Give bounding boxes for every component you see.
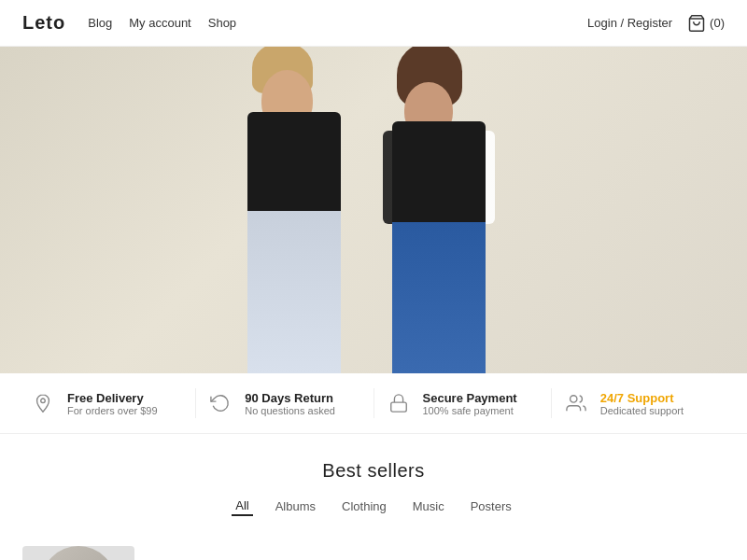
product-placeholder-1 (41, 546, 116, 560)
feature-payment-title: Secure Payment (423, 391, 517, 405)
product-image-1 (22, 546, 134, 560)
feature-return-title: 90 Days Return (245, 391, 335, 405)
logo[interactable]: Leto (22, 12, 65, 34)
features-bar: Free Delivery For orders over $99 90 Day… (0, 373, 747, 434)
tab-all[interactable]: All (232, 497, 252, 516)
main-nav: Blog My account Shop (88, 16, 236, 30)
feature-return-text: 90 Days Return No questions asked (245, 391, 335, 416)
feature-return: 90 Days Return No questions asked (195, 388, 373, 418)
lock-icon (384, 388, 414, 418)
feature-payment-text: Secure Payment 100% safe payment (423, 391, 517, 416)
header-right: Login / Register (0) (587, 14, 725, 33)
login-register-link[interactable]: Login / Register (587, 16, 672, 30)
best-sellers-section: Best sellers All Albums Clothing Music P… (0, 434, 747, 531)
feature-payment: Secure Payment 100% safe payment (374, 388, 551, 418)
nav-shop[interactable]: Shop (208, 16, 236, 30)
feature-delivery-subtitle: For orders over $99 (67, 405, 158, 416)
cart-icon (687, 14, 706, 33)
figure-left-body (247, 112, 341, 373)
products-grid (0, 531, 747, 560)
return-icon (205, 388, 235, 418)
support-icon (561, 388, 591, 418)
feature-support-subtitle: Dedicated support (600, 405, 684, 416)
header: Leto Blog My account Shop Login / Regist… (0, 0, 747, 47)
svg-rect-2 (390, 402, 406, 412)
feature-support: 24/7 Support Dedicated support (551, 388, 728, 418)
feature-return-subtitle: No questions asked (245, 405, 335, 416)
svg-point-1 (41, 399, 46, 403)
hero-figures (140, 47, 607, 373)
filter-tabs: All Albums Clothing Music Posters (0, 497, 747, 516)
feature-delivery: Free Delivery For orders over $99 (19, 388, 195, 418)
cart-button[interactable]: (0) (687, 14, 725, 33)
feature-payment-subtitle: 100% safe payment (423, 405, 517, 416)
figure-left (219, 75, 388, 373)
tab-clothing[interactable]: Clothing (338, 497, 390, 515)
cart-count: (0) (710, 16, 725, 30)
feature-support-title: 24/7 Support (600, 391, 684, 405)
figure-right (369, 84, 528, 373)
product-card-1[interactable] (22, 546, 134, 560)
nav-blog[interactable]: Blog (88, 16, 112, 30)
location-icon (28, 388, 58, 418)
feature-support-text: 24/7 Support Dedicated support (600, 391, 684, 416)
feature-delivery-text: Free Delivery For orders over $99 (67, 391, 158, 416)
tab-albums[interactable]: Albums (272, 497, 319, 515)
best-sellers-heading: Best sellers (0, 460, 747, 482)
tab-music[interactable]: Music (409, 497, 448, 515)
tab-posters[interactable]: Posters (467, 497, 515, 515)
feature-delivery-title: Free Delivery (67, 391, 158, 405)
hero-section (0, 47, 747, 373)
nav-my-account[interactable]: My account (129, 16, 190, 30)
header-left: Leto Blog My account Shop (22, 12, 236, 34)
figure-right-body (392, 121, 486, 373)
svg-point-3 (570, 396, 576, 402)
